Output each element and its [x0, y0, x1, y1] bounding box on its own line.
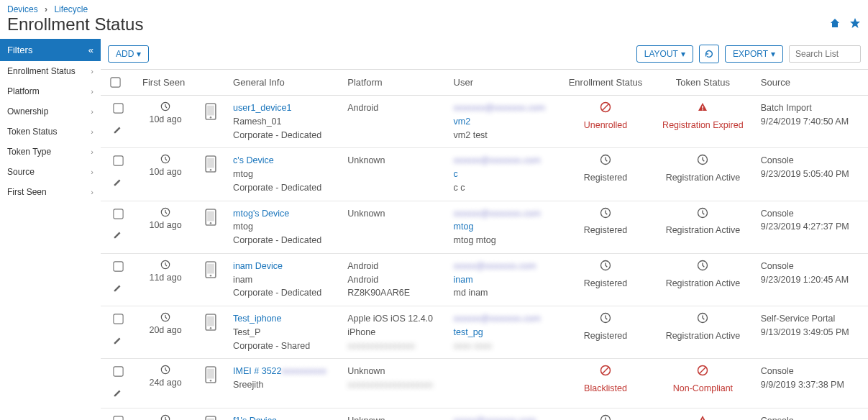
user-link[interactable]: c — [454, 169, 458, 179]
row-checkbox[interactable] — [113, 209, 123, 219]
platform-line2: Android — [347, 275, 378, 285]
layout-button[interactable]: LAYOUT ▾ — [636, 45, 693, 63]
platform-line1: Android — [347, 103, 378, 113]
token-status-icon — [697, 263, 708, 273]
source-name: Console — [761, 261, 794, 271]
token-status-icon — [697, 316, 708, 326]
table-row: 20d agoTest_iphoneTest_PCorporate - Shar… — [101, 306, 868, 359]
row-checkbox[interactable] — [113, 314, 123, 324]
row-checkbox[interactable] — [113, 367, 123, 377]
layout-button-label: LAYOUT — [644, 49, 678, 59]
source-name: Console — [761, 155, 794, 165]
filter-item-label: Ownership — [7, 106, 48, 117]
chevron-right-icon: › — [91, 147, 93, 156]
col-source[interactable]: Source — [754, 70, 868, 96]
device-name-link[interactable]: c's Device — [233, 155, 274, 165]
device-name-link[interactable]: mtog's Device — [233, 209, 289, 219]
user-fullname: c c — [454, 183, 465, 193]
platform-line3: RZ8K90AAR6E — [347, 288, 410, 298]
chevron-right-icon: › — [91, 67, 93, 76]
col-user[interactable]: User — [447, 70, 559, 96]
platform-line1: Unknown — [347, 209, 385, 219]
filter-item[interactable]: Token Status› — [0, 122, 101, 142]
device-owner: Ramesh_01 — [233, 117, 281, 127]
first-seen-cell: 36d ago — [142, 414, 188, 420]
device-name-link[interactable]: IMEI # 3522 — [233, 366, 281, 376]
enrollment-status-icon — [600, 316, 611, 326]
user-email-blur: xxxxxxx@xxxxxxx.com — [454, 103, 545, 113]
enrollment-status-text: Unenrolled — [566, 119, 645, 132]
col-enrollment-status[interactable]: Enrollment Status — [559, 70, 652, 96]
device-name-link[interactable]: f1's Device — [233, 416, 277, 420]
enrollment-status-icon — [600, 105, 611, 115]
device-name-link[interactable]: user1_device1 — [233, 103, 291, 113]
token-status-text: Registration Active — [659, 171, 746, 185]
refresh-button[interactable] — [699, 45, 719, 63]
filter-item[interactable]: Ownership› — [0, 101, 101, 122]
user-link[interactable]: vm2 — [454, 117, 471, 127]
chevron-right-icon: › — [45, 4, 47, 14]
filter-item-label: First Seen — [7, 187, 47, 197]
table-scroll[interactable]: First Seen General Info Platform User En… — [101, 69, 868, 420]
col-platform[interactable]: Platform — [340, 70, 446, 96]
phone-icon — [203, 377, 219, 387]
filter-item[interactable]: Platform› — [0, 81, 101, 101]
home-icon[interactable] — [829, 19, 841, 31]
filter-item[interactable]: Enrollment Status› — [0, 61, 101, 81]
row-checkbox[interactable] — [113, 103, 123, 113]
user-fullname: md inam — [454, 288, 488, 298]
edit-row[interactable] — [108, 229, 128, 244]
row-checkbox[interactable] — [113, 261, 123, 271]
enrollment-status-icon — [600, 368, 611, 378]
breadcrumb-lifecycle[interactable]: Lifecycle — [54, 4, 88, 14]
search-input[interactable] — [789, 45, 861, 63]
filter-item-label: Token Status — [7, 127, 57, 137]
token-status-text: Non-Compliant — [659, 382, 746, 396]
token-status-icon — [697, 105, 708, 115]
first-seen-cell: 24d ago — [142, 365, 188, 390]
filters-sidebar: Filters « Enrollment Status›Platform›Own… — [0, 39, 101, 420]
platform-line1: Unknown — [347, 366, 385, 376]
col-general-info[interactable]: General Info — [226, 70, 340, 96]
user-link[interactable]: test_pg — [454, 327, 483, 337]
platform-line1: Android — [347, 261, 378, 271]
user-link[interactable]: inam — [454, 275, 473, 285]
export-button[interactable]: EXPORT ▾ — [725, 45, 783, 63]
user-fullname: vm2 test — [454, 130, 488, 140]
toolbar: ADD ▾ LAYOUT ▾ EXPORT ▾ — [101, 39, 868, 69]
col-token-status[interactable]: Token Status — [652, 70, 754, 96]
filter-item[interactable]: Token Type› — [0, 142, 101, 162]
edit-row[interactable] — [108, 388, 128, 402]
add-button[interactable]: ADD ▾ — [108, 45, 149, 63]
source-timestamp: 9/23/2019 1:20:45 AM — [761, 275, 849, 285]
breadcrumb-devices[interactable]: Devices — [7, 4, 38, 14]
platform-line1: Unknown — [347, 155, 385, 165]
filter-item[interactable]: Source› — [0, 162, 101, 182]
table-row: 10d agomtog's DevicemtogCorporate - Dedi… — [101, 201, 868, 253]
source-timestamp: 9/9/2019 3:37:38 PM — [761, 380, 844, 390]
chevron-right-icon: › — [91, 188, 93, 196]
device-name-link[interactable]: inam Device — [233, 261, 283, 271]
device-name-link[interactable]: Test_iphone — [233, 314, 281, 324]
row-checkbox[interactable] — [113, 156, 123, 166]
edit-row[interactable] — [108, 335, 128, 350]
filter-item[interactable]: First Seen› — [0, 182, 101, 202]
edit-row[interactable] — [108, 124, 128, 139]
select-all-checkbox[interactable] — [110, 77, 120, 87]
row-checkbox[interactable] — [113, 416, 123, 420]
platform-line-blur: xxxxxxxxxxxxxxx — [347, 341, 415, 351]
user-email-blur: xxxxx@xxxxxxx.com — [454, 261, 536, 271]
user-link[interactable]: mtog — [454, 222, 474, 232]
star-icon[interactable] — [849, 19, 861, 31]
edit-row[interactable] — [108, 283, 128, 297]
collapse-icon: « — [88, 45, 93, 55]
filters-header[interactable]: Filters « — [0, 39, 101, 61]
device-ownership: Corporate - Dedicated — [233, 288, 321, 298]
user-email-blur: xxxxxx@xxxxxxx.com — [454, 209, 541, 219]
token-status-text: Registration Active — [659, 224, 746, 237]
edit-row[interactable] — [108, 177, 128, 191]
add-button-label: ADD — [116, 49, 134, 59]
enrollment-status-text: Registered — [566, 171, 645, 185]
devices-table: First Seen General Info Platform User En… — [101, 70, 868, 420]
col-first-seen[interactable]: First Seen — [135, 70, 196, 96]
